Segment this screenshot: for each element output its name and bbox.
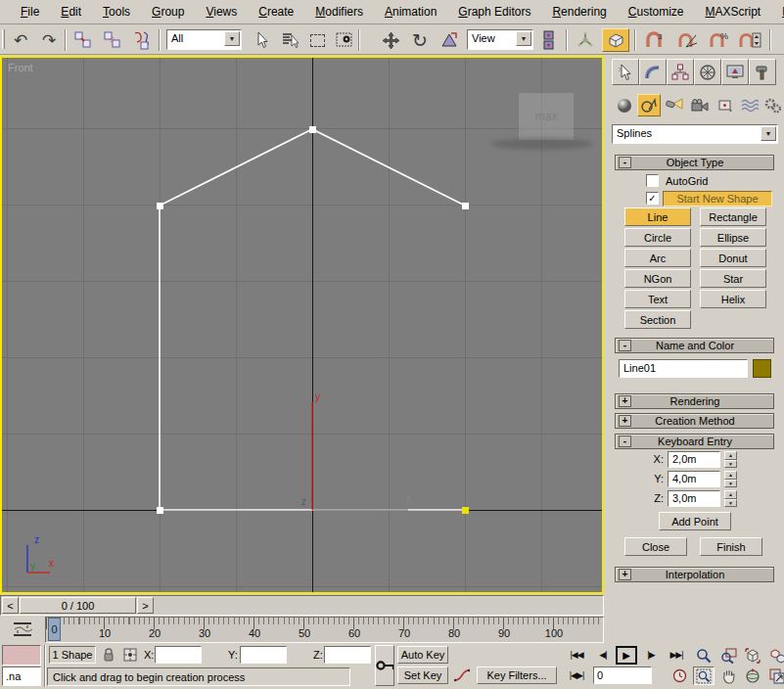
- object-name-field[interactable]: Line01: [619, 359, 748, 378]
- expand-icon[interactable]: +: [619, 395, 631, 407]
- tab-utilities[interactable]: [749, 59, 776, 85]
- chevron-down-icon[interactable]: ▼: [761, 126, 776, 141]
- circle-button[interactable]: Circle: [624, 228, 691, 247]
- rollout-creation-method[interactable]: + Creation Method: [615, 413, 774, 429]
- go-to-start-button[interactable]: |◀◀: [564, 646, 589, 664]
- bind-to-space-warp-icon[interactable]: [129, 28, 155, 52]
- ellipse-button[interactable]: Ellipse: [700, 228, 766, 247]
- collapse-icon[interactable]: -: [619, 157, 631, 168]
- current-frame-field[interactable]: 0: [593, 666, 652, 684]
- menu-rendering[interactable]: Rendering: [541, 3, 617, 21]
- spinner-snap-toggle-icon[interactable]: [737, 28, 762, 52]
- maxscript-mini-listener-pink[interactable]: [2, 645, 41, 666]
- spline-vertex[interactable]: [309, 126, 316, 133]
- key-mode-toggle[interactable]: |◀▶|: [564, 666, 589, 684]
- menu-views[interactable]: Views: [195, 3, 248, 21]
- selection-lock-icon[interactable]: [101, 646, 116, 664]
- front-viewport[interactable]: Front max y z x z y x: [0, 56, 604, 594]
- select-object-icon[interactable]: [250, 28, 275, 52]
- line-button[interactable]: Line: [624, 207, 691, 226]
- rollout-rendering[interactable]: + Rendering: [615, 393, 774, 409]
- expand-icon[interactable]: +: [619, 415, 631, 427]
- snaps-toggle-icon[interactable]: 3: [641, 28, 667, 52]
- arc-rotate-icon[interactable]: [742, 666, 763, 685]
- close-button[interactable]: Close: [624, 537, 687, 556]
- default-in-out-tangents-icon[interactable]: [451, 666, 473, 684]
- rectangle-button[interactable]: Rectangle: [700, 207, 766, 226]
- menu-group[interactable]: Group: [141, 3, 195, 21]
- ke-y-spinner[interactable]: ▲▼: [724, 471, 737, 487]
- zoom-icon[interactable]: [693, 646, 715, 665]
- chevron-down-icon[interactable]: ▼: [516, 31, 531, 46]
- ke-x-spinner[interactable]: ▲▼: [724, 451, 737, 468]
- ngon-button[interactable]: NGon: [624, 269, 691, 288]
- time-slider-handle[interactable]: 0 / 100: [20, 597, 136, 614]
- create-shapes-icon[interactable]: [637, 94, 661, 116]
- create-systems-icon[interactable]: [761, 94, 784, 116]
- time-configuration-icon[interactable]: [669, 666, 689, 684]
- keyboard-override-toggle[interactable]: [602, 28, 629, 52]
- unlink-selection-icon[interactable]: [100, 28, 125, 52]
- zoom-all-icon[interactable]: [717, 646, 739, 665]
- tab-display[interactable]: [721, 59, 749, 85]
- menu-graph-editors[interactable]: Graph Editors: [447, 3, 541, 21]
- menu-tools[interactable]: Tools: [92, 3, 141, 21]
- spline-vertex[interactable]: [157, 203, 163, 209]
- set-key-mode-toggle-key-icon[interactable]: [375, 645, 394, 686]
- maxscript-mini-listener-input[interactable]: .na: [2, 666, 41, 686]
- object-color-swatch[interactable]: [753, 359, 771, 378]
- tab-modify[interactable]: [639, 59, 667, 85]
- key-filters-button[interactable]: Key Filters...: [477, 666, 557, 684]
- tab-create[interactable]: [612, 59, 639, 85]
- menu-animation[interactable]: Animation: [374, 3, 447, 21]
- create-cameras-icon[interactable]: [688, 94, 712, 116]
- go-to-end-button[interactable]: ▶▶|: [664, 646, 689, 664]
- add-point-button[interactable]: Add Point: [659, 512, 731, 530]
- selection-filter-dropdown[interactable]: All ▼: [166, 29, 242, 50]
- ke-z-field[interactable]: 3,0m: [668, 490, 720, 507]
- zoom-extents-all-icon[interactable]: [766, 646, 784, 665]
- window-crossing-icon[interactable]: [332, 28, 357, 52]
- ke-y-field[interactable]: 4,0m: [668, 471, 720, 487]
- menu-edit[interactable]: Edit: [50, 3, 92, 21]
- mini-curve-editor-button[interactable]: [8, 619, 37, 640]
- ke-z-spinner[interactable]: ▲▼: [724, 490, 737, 507]
- menu-create[interactable]: Create: [248, 3, 304, 21]
- menu-file[interactable]: File: [10, 3, 50, 21]
- spline-vertex[interactable]: [157, 507, 163, 514]
- region-zoom-icon[interactable]: [693, 666, 715, 685]
- collapse-icon[interactable]: -: [619, 340, 631, 351]
- rollout-keyboard-entry[interactable]: - Keyboard Entry: [615, 434, 774, 449]
- zoom-extents-icon[interactable]: [742, 646, 763, 665]
- select-and-link-icon[interactable]: [70, 28, 96, 52]
- autogrid-checkbox[interactable]: [646, 174, 659, 187]
- angle-snap-toggle-icon[interactable]: [674, 28, 700, 52]
- coord-y-field[interactable]: [240, 646, 287, 664]
- reference-coordsys-dropdown[interactable]: View ▼: [467, 29, 533, 50]
- shape-category-dropdown[interactable]: Splines ▼: [612, 124, 778, 144]
- previous-frame-arrow[interactable]: <: [2, 597, 19, 614]
- toolbar-grip[interactable]: [2, 29, 5, 49]
- menu-maxscript[interactable]: MAXScript: [695, 3, 772, 21]
- next-frame-button[interactable]: |▶: [641, 646, 661, 664]
- auto-key-button[interactable]: Auto Key: [397, 646, 448, 664]
- collapse-icon[interactable]: -: [619, 436, 631, 447]
- use-pivot-point-center-icon[interactable]: [537, 28, 563, 52]
- create-geometry-icon[interactable]: [613, 94, 636, 116]
- rollout-interpolation[interactable]: + Interpolation: [615, 567, 774, 582]
- section-button[interactable]: Section: [624, 310, 691, 329]
- create-lights-icon[interactable]: [663, 94, 686, 116]
- helix-button[interactable]: Helix: [700, 290, 766, 308]
- rectangular-selection-region-icon[interactable]: [304, 28, 330, 52]
- select-and-rotate-icon[interactable]: ↻: [407, 28, 433, 52]
- finish-button[interactable]: Finish: [700, 537, 762, 556]
- create-helpers-icon[interactable]: [714, 94, 737, 116]
- next-frame-arrow[interactable]: >: [137, 597, 154, 614]
- time-slider-track[interactable]: < 0 / 100 >: [0, 595, 604, 616]
- arc-button[interactable]: Arc: [624, 249, 691, 267]
- chevron-down-icon[interactable]: ▼: [224, 31, 240, 46]
- spline-vertex[interactable]: [462, 203, 469, 209]
- tab-motion[interactable]: [694, 59, 721, 85]
- create-spacewarps-icon[interactable]: [738, 94, 761, 116]
- undo-icon[interactable]: ↶: [8, 28, 33, 52]
